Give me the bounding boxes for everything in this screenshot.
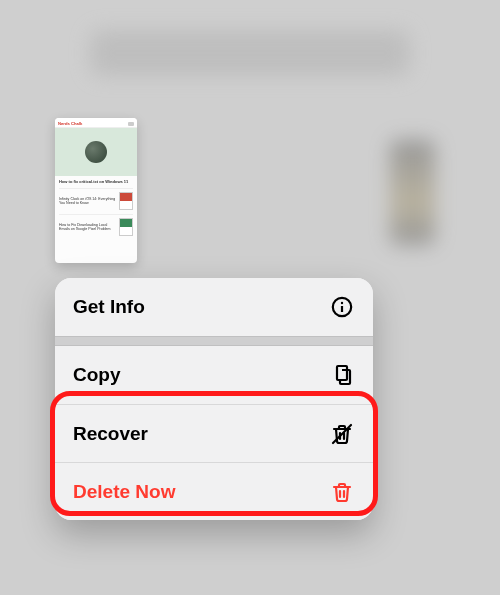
thumb-headline: How to fix critical.txt on Windows 11: [59, 179, 133, 184]
menu-label: Recover: [73, 423, 148, 445]
menu-separator: [55, 336, 373, 346]
thumb-row-text: Infinity Clock on iOS 14: Everything You…: [59, 197, 116, 206]
trash-icon: [329, 479, 355, 505]
copy-icon: [329, 362, 355, 388]
menu-item-delete-now[interactable]: Delete Now: [55, 462, 373, 520]
file-thumbnail[interactable]: Nerds Chalk How to fix critical.txt on W…: [55, 118, 137, 263]
menu-label: Copy: [73, 364, 121, 386]
thumb-body: How to fix critical.txt on Windows 11 In…: [55, 176, 137, 239]
menu-item-get-info[interactable]: Get Info: [55, 278, 373, 336]
svg-point-1: [341, 302, 343, 304]
thumb-topbar: Nerds Chalk: [55, 118, 137, 128]
info-icon: [329, 294, 355, 320]
thumb-hero: [55, 128, 137, 176]
menu-item-copy[interactable]: Copy: [55, 346, 373, 404]
thumb-brand: Nerds Chalk: [58, 121, 82, 126]
recover-icon: [329, 421, 355, 447]
menu-label: Delete Now: [73, 481, 175, 503]
menu-label: Get Info: [73, 296, 145, 318]
thumb-row-text: How to Fix Downloading Local Emails on G…: [59, 223, 116, 232]
context-menu: Get Info Copy Recover: [55, 278, 373, 520]
menu-item-recover[interactable]: Recover: [55, 404, 373, 462]
